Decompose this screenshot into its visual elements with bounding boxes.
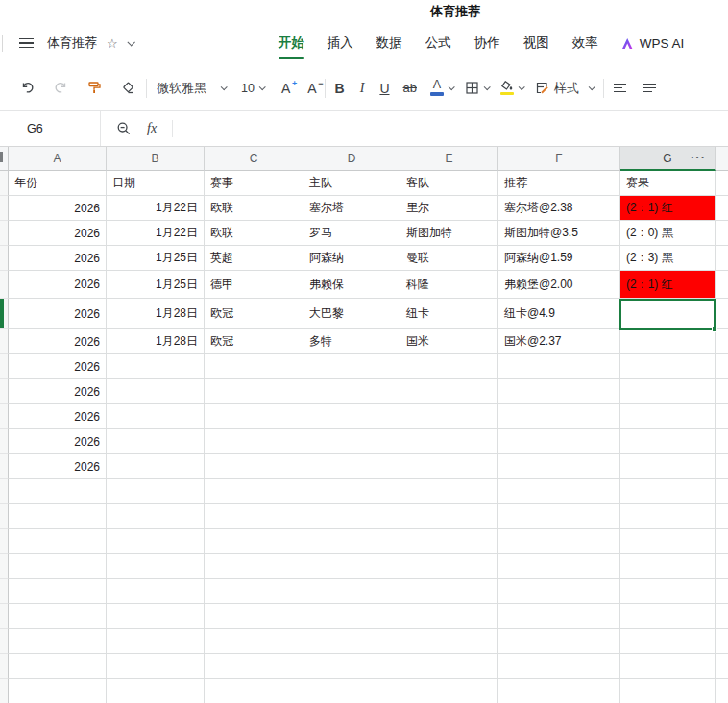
cell[interactable] (400, 354, 498, 379)
empty-cell[interactable] (620, 504, 716, 529)
empty-cell[interactable] (107, 679, 205, 703)
chevron-down-icon[interactable] (449, 84, 455, 90)
empty-cell[interactable] (9, 604, 107, 629)
cell[interactable]: 纽卡@4.9 (498, 299, 620, 329)
row-header-stub[interactable] (0, 554, 9, 579)
row-header-stub[interactable] (0, 404, 9, 429)
doc-menu-chevron-icon[interactable] (127, 38, 134, 46)
row-header-stub-active[interactable] (0, 299, 9, 329)
empty-cell[interactable] (303, 654, 400, 679)
formula-input[interactable] (173, 111, 728, 146)
empty-cell[interactable] (303, 529, 400, 554)
cell[interactable]: 欧联 (205, 221, 303, 246)
empty-cell[interactable] (107, 654, 205, 679)
cell[interactable]: 英超 (205, 246, 303, 271)
column-header-f[interactable]: F (498, 147, 620, 171)
tab-collaborate[interactable]: 协作 (473, 27, 501, 60)
cell[interactable]: 1月28日 (107, 299, 205, 329)
cell[interactable] (620, 329, 716, 354)
cell[interactable] (400, 379, 498, 404)
cell[interactable] (400, 454, 498, 479)
empty-cell[interactable] (205, 654, 303, 679)
row-header-stub[interactable] (0, 329, 9, 354)
empty-cell[interactable] (498, 479, 620, 504)
cell[interactable] (107, 429, 205, 454)
cell[interactable]: 2026 (9, 329, 107, 354)
bold-button[interactable]: B (335, 81, 345, 96)
cell[interactable]: 2026 (9, 246, 107, 271)
cell[interactable] (498, 429, 620, 454)
more-columns-button[interactable]: ··· (691, 150, 706, 164)
column-title-cell[interactable]: 赛果 (620, 171, 716, 196)
column-header-c[interactable]: C (205, 147, 303, 171)
row-header-stub[interactable] (0, 529, 9, 554)
empty-cell[interactable] (107, 554, 205, 579)
cell[interactable] (107, 454, 205, 479)
cell[interactable]: 里尔 (400, 196, 498, 221)
cell[interactable]: 科隆 (400, 271, 498, 299)
cell[interactable]: (2：3) 黑 (620, 246, 716, 271)
cell[interactable]: 曼联 (400, 246, 498, 271)
clear-format-button[interactable] (120, 80, 136, 96)
fill-handle[interactable] (712, 327, 717, 332)
row-header-corner[interactable] (0, 147, 9, 171)
empty-cell[interactable] (303, 504, 400, 529)
empty-cell[interactable] (620, 604, 716, 629)
cell[interactable]: 塞尔塔 (303, 196, 400, 221)
cell[interactable]: 2026 (9, 404, 107, 429)
empty-cell[interactable] (400, 604, 498, 629)
empty-cell[interactable] (620, 529, 716, 554)
empty-cell[interactable] (107, 504, 205, 529)
empty-cell[interactable] (9, 579, 107, 604)
empty-cell[interactable] (400, 479, 498, 504)
tab-insert[interactable]: 插入 (327, 27, 354, 60)
cell[interactable]: 国米@2.37 (498, 329, 620, 354)
column-title-cell[interactable]: 日期 (107, 171, 205, 196)
empty-cell[interactable] (205, 554, 303, 579)
empty-cell[interactable] (205, 504, 303, 529)
column-header-d[interactable]: D (303, 147, 400, 171)
empty-cell[interactable] (107, 529, 205, 554)
row-header-stub[interactable] (0, 271, 9, 299)
empty-cell[interactable] (620, 579, 716, 604)
cell[interactable]: 阿森纳 (303, 246, 400, 271)
borders-button[interactable] (465, 81, 479, 95)
row-header-stub[interactable] (0, 679, 9, 703)
empty-cell[interactable] (498, 529, 620, 554)
empty-cell[interactable] (205, 629, 303, 654)
cell[interactable]: 德甲 (205, 271, 303, 299)
insert-function-button[interactable]: fx (147, 121, 157, 136)
empty-cell[interactable] (620, 629, 716, 654)
cell[interactable] (303, 379, 400, 404)
cell[interactable]: 斯图加特@3.5 (498, 221, 620, 246)
increase-font-button[interactable]: A + (281, 82, 290, 95)
favorite-star-icon[interactable]: ☆ (107, 36, 118, 51)
cell[interactable] (303, 354, 400, 379)
empty-cell[interactable] (303, 579, 400, 604)
cell[interactable]: 欧冠 (205, 299, 303, 329)
cell[interactable]: 1月28日 (107, 329, 205, 354)
column-title-cell[interactable]: 主队 (303, 171, 400, 196)
column-header-a[interactable]: A (9, 147, 107, 171)
align-top-button[interactable] (614, 84, 626, 93)
search-icon[interactable] (116, 121, 132, 136)
cell[interactable] (498, 404, 620, 429)
tab-efficiency[interactable]: 效率 (571, 27, 599, 60)
row-header-stub[interactable] (0, 579, 9, 604)
empty-cell[interactable] (498, 679, 620, 703)
font-name-select[interactable]: 微软雅黑 (157, 80, 226, 97)
cell[interactable]: 斯图加特 (400, 221, 498, 246)
column-header-b[interactable]: B (107, 147, 205, 171)
cell[interactable]: (2：1) 红 (620, 196, 716, 221)
empty-cell[interactable] (107, 479, 205, 504)
empty-cell[interactable] (9, 504, 107, 529)
empty-cell[interactable] (205, 579, 303, 604)
empty-cell[interactable] (498, 554, 620, 579)
tab-view[interactable]: 视图 (522, 27, 550, 60)
cell[interactable] (620, 404, 716, 429)
row-header-stub[interactable] (0, 479, 9, 504)
empty-cell[interactable] (205, 679, 303, 703)
cell[interactable]: 2026 (9, 429, 107, 454)
empty-cell[interactable] (400, 554, 498, 579)
cell[interactable] (303, 404, 400, 429)
